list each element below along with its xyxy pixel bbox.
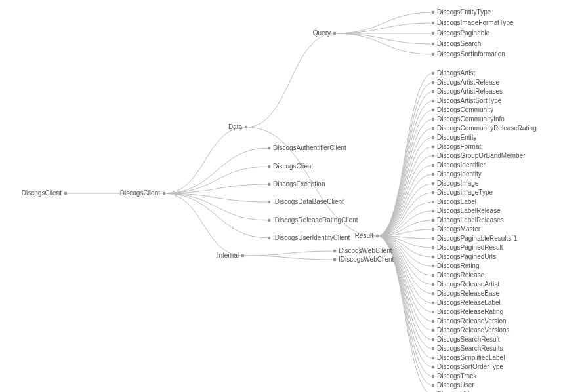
tree-node-dot: [431, 383, 435, 387]
dependency-tree-diagram: DiscogsClientDiscogsClientDataQueryDisco…: [0, 0, 561, 392]
tree-node-label: DiscogsReleaseVersions: [437, 326, 510, 334]
tree-node-label: DiscogsSearchResult: [437, 336, 500, 343]
tree-node-dot: [431, 182, 435, 186]
tree-node-dot: [431, 310, 435, 314]
tree-node-dot: [431, 81, 435, 85]
tree-node-label: DiscogsGroupOrBandMember: [437, 152, 526, 159]
tree-link: [335, 12, 433, 33]
tree-node-dot: [431, 301, 435, 305]
tree-node-label: DiscogsReleaseArtist: [437, 281, 499, 288]
tree-node-dot: [431, 136, 435, 140]
tree-link: [335, 33, 433, 44]
tree-node-label: DiscogsReleaseVersion: [437, 317, 507, 324]
tree-node-dot: [431, 163, 435, 167]
tree-node-dot: [162, 191, 166, 195]
tree-link: [377, 110, 433, 236]
tree-node-dot: [431, 347, 435, 351]
tree-link: [243, 256, 335, 260]
tree-node-dot: [431, 52, 435, 56]
tree-link: [335, 23, 433, 33]
tree-node-label: DiscogsSortInformation: [437, 50, 505, 58]
tree-node-label: Result: [355, 232, 374, 239]
tree-node-dot: [431, 356, 435, 360]
tree-node-dot: [431, 154, 435, 158]
tree-node-dot: [431, 21, 435, 25]
tree-node-label: DiscogsArtist: [437, 69, 476, 77]
tree-node-label: DiscogsImage: [437, 180, 479, 187]
tree-node-label: DiscogsSearch: [437, 40, 481, 47]
tree-node-label: DiscogsCommunityInfo: [437, 115, 505, 123]
tree-node-dot: [431, 328, 435, 332]
tree-node-dot: [375, 234, 379, 238]
tree-node-label: DiscogsLabelReleases: [437, 216, 504, 224]
tree-node-label: DiscogsTrack: [437, 372, 477, 380]
tree-node-dot: [431, 264, 435, 268]
tree-node-label: DiscogsCommunity: [437, 106, 493, 113]
tree-node-dot: [431, 71, 435, 75]
tree-node-label: IDiscogsUserIdentityClient: [273, 234, 350, 241]
tree-node-label: DiscogsReleaseBase: [437, 290, 499, 297]
tree-link: [377, 165, 433, 236]
tree-node-label: DiscogsUser: [437, 382, 474, 389]
tree-node-dot: [241, 254, 245, 258]
tree-node-label: DiscogsEntityType: [437, 9, 491, 16]
tree-node-label: DiscogsIdentifier: [437, 161, 486, 168]
tree-node-dot: [431, 145, 435, 149]
tree-node-dot: [431, 42, 435, 46]
tree-link: [335, 33, 433, 54]
tree-link: [246, 33, 335, 127]
tree-node-dot: [431, 200, 435, 204]
tree-node-dot: [431, 374, 435, 378]
tree-link: [164, 127, 246, 193]
tree-node-label: DiscogsException: [273, 180, 325, 187]
tree-node-label: DiscogsClient: [273, 163, 313, 170]
tree-node-dot: [431, 319, 435, 323]
tree-node-dot: [431, 172, 435, 176]
tree-node-dot: [267, 182, 271, 186]
tree-node-label: DiscogsPaginableResults`1: [437, 235, 518, 242]
tree-node-dot: [64, 191, 68, 195]
tree-node-label: DiscogsArtistSortType: [437, 97, 502, 104]
tree-link: [164, 193, 269, 238]
tree-link: [377, 101, 433, 236]
tree-node-label: DiscogsClient: [120, 189, 160, 197]
tree-link: [377, 73, 433, 236]
tree-node-dot: [431, 108, 435, 112]
tree-link: [377, 236, 433, 358]
tree-node-dot: [431, 338, 435, 342]
tree-node-label: DiscogsSimplifiedLabel: [437, 354, 505, 361]
tree-node-dot: [431, 99, 435, 103]
tree-node-label: DiscogsLabelRelease: [437, 207, 501, 214]
tree-node-label: DiscogsPaginedResult: [437, 244, 503, 251]
tree-node-dot: [431, 127, 435, 130]
tree-node-dot: [431, 292, 435, 296]
tree-node-label: DiscogsLabel: [437, 198, 476, 205]
tree-node-label: Internal: [217, 252, 239, 259]
tree-node-dot: [267, 165, 271, 168]
tree-node-dot: [431, 227, 435, 231]
tree-link: [377, 128, 433, 236]
tree-node-dot: [333, 249, 337, 253]
tree-node-label: DiscogsImageFormatType: [437, 19, 514, 26]
tree-node-dot: [267, 146, 271, 150]
tree-node-label: DiscogsSortOrderType: [437, 363, 504, 370]
tree-node-label: DiscogsWebClient: [339, 247, 392, 254]
tree-node-dot: [431, 365, 435, 369]
tree-link: [377, 138, 433, 236]
tree-node-dot: [431, 209, 435, 213]
tree-node-dot: [267, 236, 271, 240]
tree-link: [377, 174, 433, 236]
tree-node-label: Data: [228, 123, 243, 130]
tree-node-label: IDiscogsReleaseRatingClient: [273, 216, 358, 224]
tree-node-label: DiscogsSearchResults: [437, 345, 503, 352]
tree-node-dot: [431, 10, 435, 14]
tree-node-label: DiscogsRating: [437, 262, 479, 269]
tree-node-label: DiscogsArtistRelease: [437, 79, 499, 86]
tree-node-label: DiscogsRelease: [437, 271, 485, 279]
tree-node-dot: [333, 31, 337, 35]
tree-node-dot: [431, 255, 435, 259]
tree-node-label: DiscogsAuthentifierClient: [273, 144, 346, 151]
tree-node-dot: [431, 273, 435, 277]
tree-node-dot: [431, 218, 435, 222]
tree-node-label: DiscogsReleaseRating: [437, 308, 503, 315]
